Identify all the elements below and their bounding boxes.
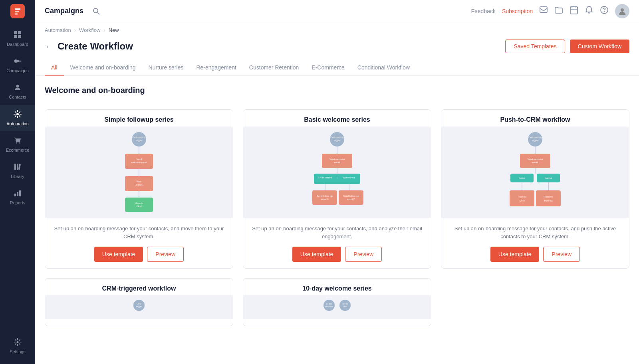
svg-text:Active: Active <box>519 177 525 179</box>
use-template-button-crm[interactable]: Use template <box>490 247 539 262</box>
section-title: Welcome and on-boarding <box>45 86 629 95</box>
svg-text:series: series <box>342 303 348 305</box>
card-simple-followup: Simple followup series On-boarding trigg… <box>45 109 233 269</box>
svg-text:email B: email B <box>347 198 355 200</box>
sidebar-item-label: Dashboard <box>7 42 28 47</box>
use-template-button-simple[interactable]: Use template <box>94 247 143 262</box>
folder-icon[interactable] <box>554 6 563 16</box>
svg-text:Send welcome: Send welcome <box>527 158 543 160</box>
svg-text:email: email <box>532 161 538 164</box>
svg-rect-0 <box>14 31 17 34</box>
svg-rect-74 <box>510 190 534 206</box>
sidebar-item-campaigns[interactable]: Campaigns <box>0 52 35 78</box>
svg-rect-18 <box>570 7 577 14</box>
svg-rect-54 <box>312 190 337 205</box>
svg-text:CRM: CRM <box>137 303 141 305</box>
notifications-icon[interactable] <box>585 6 593 16</box>
tab-retention[interactable]: Customer Retention <box>243 59 306 76</box>
card-body: Set up an on-boarding message for your c… <box>45 218 233 268</box>
svg-rect-11 <box>14 194 16 196</box>
tab-welcome[interactable]: Welcome and on-boarding <box>64 59 142 76</box>
reports-icon <box>13 189 22 199</box>
card-description: Set up an on-boarding message for your c… <box>250 225 425 240</box>
svg-rect-57 <box>339 190 363 205</box>
svg-text:trigger: trigger <box>135 139 142 142</box>
card-actions: Use template Preview <box>250 247 425 262</box>
svg-text:trigger: trigger <box>136 305 142 308</box>
app-logo[interactable] <box>0 0 35 22</box>
svg-text:Inactive: Inactive <box>545 177 552 179</box>
campaigns-icon <box>13 57 22 67</box>
search-button[interactable] <box>90 5 103 18</box>
page-header-right: Saved Templates Custom Workflow <box>505 40 629 53</box>
sidebar-item-label: Reports <box>10 200 26 206</box>
svg-rect-9 <box>14 164 16 170</box>
breadcrumb-automation[interactable]: Automation <box>45 27 71 33</box>
svg-rect-64 <box>520 154 550 168</box>
svg-text:Move to: Move to <box>135 202 143 204</box>
sidebar-item-dashboard[interactable]: Dashboard <box>0 26 35 52</box>
svg-rect-10 <box>17 164 18 170</box>
section-header: Welcome and on-boarding <box>35 76 639 109</box>
tab-nurture[interactable]: Nurture series <box>142 59 190 76</box>
use-template-button-basic[interactable]: Use template <box>292 247 341 262</box>
svg-text:10-day: 10-day <box>326 303 332 305</box>
preview-button-crm[interactable]: Preview <box>543 247 580 262</box>
custom-workflow-button[interactable]: Custom Workflow <box>570 40 629 53</box>
back-button[interactable]: ← <box>45 42 53 50</box>
breadcrumb-workflow[interactable]: Workflow <box>79 27 100 33</box>
contacts-icon <box>13 83 22 93</box>
messages-icon[interactable] <box>539 6 548 16</box>
svg-text:email A: email A <box>321 198 329 200</box>
svg-rect-12 <box>17 192 18 196</box>
sidebar-item-label: Library <box>11 174 24 179</box>
dashboard-icon <box>13 30 22 40</box>
sidebar-item-reports[interactable]: Reports <box>0 184 35 210</box>
tab-conditional[interactable]: Conditional Workflow <box>351 59 416 76</box>
svg-text:CRM: CRM <box>136 205 142 208</box>
sidebar-item-contacts[interactable]: Contacts <box>0 78 35 105</box>
feedback-link[interactable]: Feedback <box>471 8 495 14</box>
sidebar-item-ecommerce[interactable]: Ecommerce <box>0 131 35 158</box>
tab-reengagement[interactable]: Re-engagement <box>190 59 242 76</box>
sidebar-item-automation[interactable]: Automation <box>0 105 35 131</box>
subscription-link[interactable]: Subscription <box>502 8 533 14</box>
svg-rect-3 <box>18 35 21 38</box>
sidebar-nav: Dashboard Campaigns Contacts <box>0 22 35 333</box>
sidebar-item-settings[interactable]: Settings <box>0 333 35 359</box>
cards-grid: Simple followup series On-boarding trigg… <box>35 109 639 278</box>
main-content: Campaigns Feedback Subscription <box>35 0 639 364</box>
card-diagram-simple: On-boarding trigger Send welcome email W… <box>45 127 233 218</box>
svg-text:Remove: Remove <box>544 196 553 198</box>
preview-button-basic[interactable]: Preview <box>345 247 382 262</box>
page-header-left: ← Create Workflow <box>45 41 133 52</box>
help-icon[interactable] <box>600 6 609 16</box>
card-description: Set up an on-boarding message for your c… <box>52 225 226 240</box>
card-diagram-partial: 10-day welcome series start <box>243 295 431 319</box>
svg-rect-17 <box>540 7 547 12</box>
breadcrumb: Automation › Workflow › New <box>35 22 639 33</box>
svg-text:Send follow-up: Send follow-up <box>343 195 359 197</box>
tabs: All Welcome and on-boarding Nurture seri… <box>35 59 639 76</box>
cards-grid-bottom: CRM-triggered workflow CRM trigger 10-da… <box>35 278 639 336</box>
svg-text:Send welcome: Send welcome <box>329 158 345 160</box>
sidebar-item-library[interactable]: Library <box>0 158 35 184</box>
svg-text:|: | <box>337 176 337 179</box>
svg-text:Email opened: Email opened <box>318 176 332 179</box>
content-area: Automation › Workflow › New ← Create Wor… <box>35 22 639 364</box>
card-diagram-partial: CRM trigger <box>45 295 233 319</box>
calendar-icon[interactable] <box>570 6 578 16</box>
svg-text:trigger: trigger <box>333 139 340 142</box>
svg-rect-13 <box>19 190 21 196</box>
svg-text:On-boarding: On-boarding <box>132 136 145 138</box>
topbar-right: Feedback Subscription <box>471 4 629 18</box>
user-avatar[interactable] <box>615 4 629 18</box>
page-header: ← Create Workflow Saved Templates Custom… <box>35 33 639 53</box>
saved-templates-button[interactable]: Saved Templates <box>505 40 565 53</box>
tab-all[interactable]: All <box>45 59 64 76</box>
svg-text:start: start <box>343 305 347 308</box>
tab-ecommerce[interactable]: E-Commerce <box>305 59 351 76</box>
svg-point-23 <box>604 12 605 12</box>
card-ten-day: 10-day welcome series 10-day welcome ser… <box>243 278 431 326</box>
preview-button-simple[interactable]: Preview <box>147 247 184 262</box>
